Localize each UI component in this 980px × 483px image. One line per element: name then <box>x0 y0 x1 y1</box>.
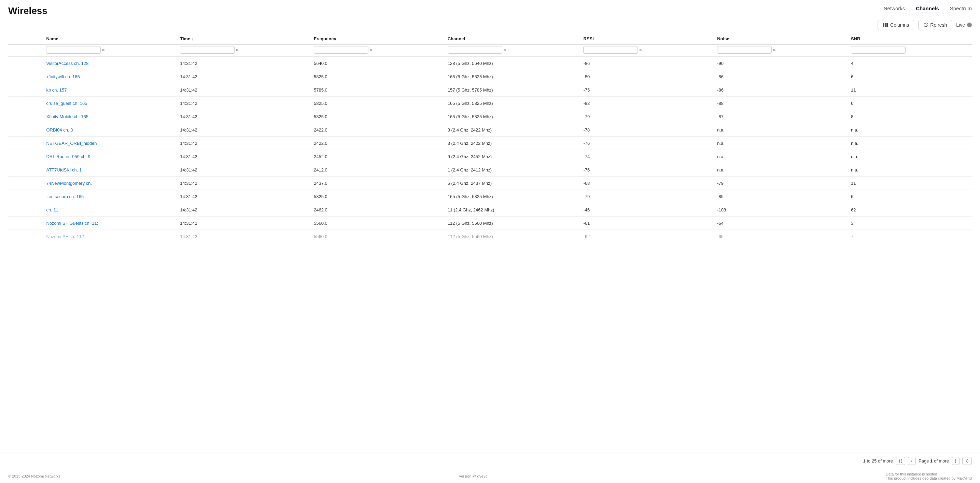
filter-time[interactable]: ⊳ <box>176 45 310 57</box>
row-actions-icon[interactable]: ··· <box>12 194 18 199</box>
row-dots[interactable]: ··· <box>8 83 42 97</box>
pagination-range: 1 to 25 of more <box>863 458 893 464</box>
pagination-prev[interactable]: ⟨ <box>908 457 916 465</box>
row-name[interactable]: ch. 11 <box>42 203 176 217</box>
filter-channel[interactable]: ⊳ <box>444 45 579 57</box>
row-actions-icon[interactable]: ··· <box>12 74 18 79</box>
filter-noise-icon[interactable]: ⊳ <box>773 48 776 52</box>
row-name[interactable]: VisitorAccess ch. 128 <box>42 57 176 70</box>
refresh-button[interactable]: Refresh <box>918 20 952 30</box>
row-name-link[interactable]: Nozomi SF Guests ch. 11: <box>46 221 98 226</box>
filter-time-input[interactable] <box>180 46 235 54</box>
row-dots[interactable]: ··· <box>8 217 42 230</box>
row-noise: -86 <box>713 83 847 97</box>
col-header-channel[interactable]: Channel <box>444 33 579 45</box>
row-name[interactable]: ATT7UfdSKI ch. 1 <box>42 163 176 177</box>
row-actions-icon[interactable]: ··· <box>12 167 18 172</box>
filter-time-icon[interactable]: ⊳ <box>236 48 239 52</box>
row-dots[interactable]: ··· <box>8 97 42 110</box>
row-name-link[interactable]: ATT7UfdSKI ch. 1 <box>46 167 82 172</box>
row-name[interactable]: cruise_guest ch. 165 <box>42 97 176 110</box>
filter-snr-input[interactable] <box>851 46 905 54</box>
filter-channel-input[interactable] <box>448 46 502 54</box>
pagination-last[interactable]: ⟩⟩ <box>962 457 972 465</box>
pagination-first[interactable]: ⟨⟨ <box>896 457 905 465</box>
row-name-link[interactable]: cruise_guest ch. 165 <box>46 101 87 106</box>
row-dots[interactable]: ··· <box>8 150 42 163</box>
col-header-snr[interactable]: SNR <box>847 33 972 45</box>
row-name[interactable]: ORBI04 ch. 3 <box>42 123 176 137</box>
row-dots[interactable]: ··· <box>8 110 42 123</box>
row-name[interactable]: NETGEAR_ORBI_hidden <box>42 137 176 150</box>
filter-frequency-input[interactable] <box>314 46 368 54</box>
filter-frequency-icon[interactable]: ⊳ <box>370 48 373 52</box>
row-name[interactable]: 74NewMontgomery ch. <box>42 177 176 190</box>
row-dots[interactable]: ··· <box>8 57 42 70</box>
row-name[interactable]: Xfinity Mobile ch. 165 <box>42 110 176 123</box>
row-time: 14:31:42 <box>176 217 310 230</box>
row-actions-icon[interactable]: ··· <box>12 207 18 212</box>
tab-channels[interactable]: Channels <box>916 5 939 13</box>
row-dots[interactable]: ··· <box>8 137 42 150</box>
row-dots[interactable]: ··· <box>8 70 42 83</box>
row-name[interactable]: kp ch. 157 <box>42 83 176 97</box>
filter-noise-input[interactable] <box>717 46 772 54</box>
row-name-link[interactable]: DRI_Router_959 ch. 9 <box>46 154 90 159</box>
pagination-next[interactable]: ⟩ <box>952 457 959 465</box>
row-actions-icon[interactable]: ··· <box>12 114 18 119</box>
filter-rssi-icon[interactable]: ⊳ <box>639 48 642 52</box>
row-actions-icon[interactable]: ··· <box>12 87 18 92</box>
row-name-link[interactable]: .cruisecorp ch. 165 <box>46 194 84 199</box>
row-name-link[interactable]: ch. 11 <box>46 207 58 212</box>
row-name-link[interactable]: Nozomi SF ch. 112 <box>46 234 84 239</box>
row-name[interactable]: xfinitywifi ch. 165 <box>42 70 176 83</box>
filter-channel-icon[interactable]: ⊳ <box>504 48 507 52</box>
tab-networks[interactable]: Networks <box>884 5 905 13</box>
filter-snr[interactable] <box>847 45 972 57</box>
filter-name[interactable]: ⊳ <box>42 45 176 57</box>
row-actions-icon[interactable]: ··· <box>12 220 18 226</box>
col-header-rssi[interactable]: RSSI <box>579 33 713 45</box>
row-name[interactable]: Nozomi SF ch. 112 <box>42 230 176 243</box>
row-name[interactable]: .cruisecorp ch. 165 <box>42 190 176 203</box>
filter-frequency[interactable]: ⊳ <box>310 45 444 57</box>
row-actions-icon[interactable]: ··· <box>12 100 18 106</box>
row-name[interactable]: Nozomi SF Guests ch. 11: <box>42 217 176 230</box>
row-name[interactable]: DRI_Router_959 ch. 9 <box>42 150 176 163</box>
col-header-name[interactable]: Name <box>42 33 176 45</box>
columns-button[interactable]: Columns <box>878 20 914 30</box>
row-name-link[interactable]: NETGEAR_ORBI_hidden <box>46 141 97 146</box>
col-header-noise[interactable]: Noise <box>713 33 847 45</box>
filter-rssi[interactable]: ⊳ <box>579 45 713 57</box>
row-name-link[interactable]: xfinitywifi ch. 165 <box>46 74 80 79</box>
row-actions-icon[interactable]: ··· <box>12 127 18 132</box>
filter-name-icon[interactable]: ⊳ <box>102 48 105 52</box>
row-dots[interactable]: ··· <box>8 230 42 243</box>
row-rssi: -76 <box>579 163 713 177</box>
table-row: ··· 74NewMontgomery ch. 14:31:42 2437.0 … <box>8 177 972 190</box>
row-actions-icon[interactable]: ··· <box>12 61 18 66</box>
row-dots[interactable]: ··· <box>8 177 42 190</box>
filter-name-input[interactable] <box>46 46 101 54</box>
row-name-link[interactable]: ORBI04 ch. 3 <box>46 128 73 132</box>
row-frequency: 5825.0 <box>310 190 444 203</box>
row-actions-icon[interactable]: ··· <box>12 154 18 159</box>
row-dots[interactable]: ··· <box>8 190 42 203</box>
filter-rssi-input[interactable] <box>583 46 638 54</box>
row-rssi: -80 <box>579 70 713 83</box>
row-actions-icon[interactable]: ··· <box>12 180 18 186</box>
row-name-link[interactable]: 74NewMontgomery ch. <box>46 181 92 186</box>
row-dots[interactable]: ··· <box>8 163 42 177</box>
row-actions-icon[interactable]: ··· <box>12 234 18 239</box>
row-name-link[interactable]: VisitorAccess ch. 128 <box>46 61 88 66</box>
filter-noise[interactable]: ⊳ <box>713 45 847 57</box>
row-actions-icon[interactable]: ··· <box>12 140 18 146</box>
row-name-link[interactable]: kp ch. 157 <box>46 88 67 92</box>
col-header-frequency[interactable]: Frequency <box>310 33 444 45</box>
col-header-time[interactable]: Time ↓ <box>176 33 310 45</box>
row-name-link[interactable]: Xfinity Mobile ch. 165 <box>46 114 88 119</box>
row-dots[interactable]: ··· <box>8 123 42 137</box>
row-dots[interactable]: ··· <box>8 203 42 217</box>
tab-spectrum[interactable]: Spectrum <box>950 5 972 13</box>
page-footer: © 2013-2024 Nozomi Networks Version @ d9… <box>0 469 980 483</box>
